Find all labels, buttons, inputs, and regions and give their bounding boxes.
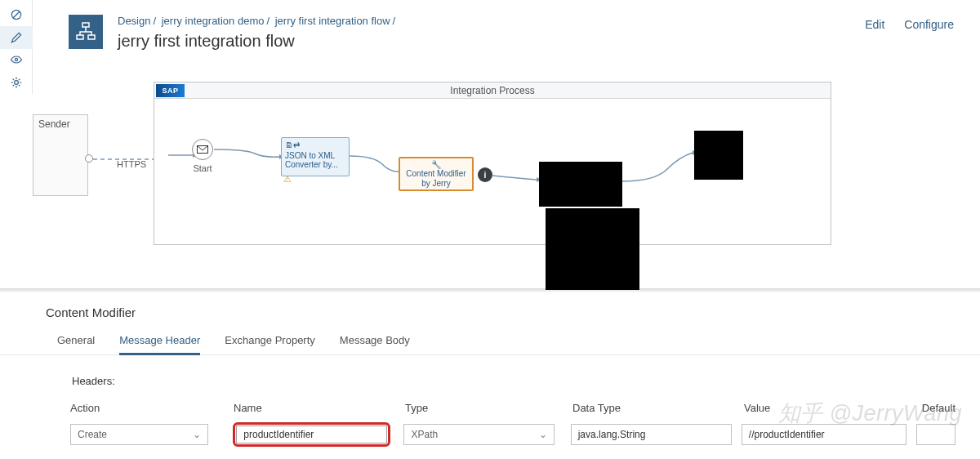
default-input[interactable] [916,424,956,445]
left-rail [0,0,33,94]
tab-message-header[interactable]: Message Header [119,329,200,354]
col-datatype: Data Type [572,402,744,414]
svg-rect-6 [88,35,95,39]
https-connector-label: HTTPS [117,159,146,169]
json-to-xml-label: JSON to XML Converter by... [285,151,345,170]
svg-rect-4 [82,23,89,27]
panel-title: Content Modifier [0,292,980,329]
sap-badge: SAP [156,84,185,97]
start-label: Start [192,163,213,173]
tab-general[interactable]: General [57,329,95,354]
breadcrumb-package[interactable]: jerry integration demo [162,15,265,27]
col-value: Value [744,402,920,414]
properties-panel: Content Modifier General Message Header … [0,292,980,459]
tab-exchange-property[interactable]: Exchange Property [225,329,315,354]
chevron-down-icon: ⌄ [193,429,201,440]
svg-point-2 [15,59,17,61]
info-icon[interactable]: i [478,167,492,182]
col-action: Action [70,402,234,414]
content-modifier-label: Content Modifier by Jerry [403,169,469,188]
header: Design/ jerry integration demo/ jerry fi… [33,0,980,65]
redacted-node-2 [694,131,743,180]
header-row: Create ⌄ productIdentifier XPath ⌄ java.… [70,422,964,447]
datatype-input[interactable]: java.lang.String [571,424,732,445]
svg-rect-5 [77,35,83,39]
sender-port[interactable] [85,154,93,163]
chevron-down-icon: ⌄ [539,429,547,440]
rail-gear-icon[interactable] [0,71,33,94]
value-input[interactable]: //productIdentifier [742,424,906,445]
edit-button[interactable]: Edit [865,18,884,31]
col-default: Default [920,402,964,414]
page-title: jerry first integration flow [118,32,398,51]
start-node[interactable]: Start [192,139,213,173]
col-type: Type [405,402,572,414]
panel-tabs: General Message Header Exchange Property… [0,329,980,355]
converter-icon: 🗎⇄ [285,140,345,150]
json-to-xml-node[interactable]: 🗎⇄ JSON to XML Converter by... ⚠ [281,137,350,176]
svg-point-3 [14,81,18,85]
name-input[interactable]: productIdentifier [236,426,387,443]
wrench-icon: 🔧 [431,160,441,170]
process-title: Integration Process [450,85,534,96]
breadcrumb-flow[interactable]: jerry first integration flow [275,15,390,27]
sender-box[interactable]: Sender [33,114,88,196]
breadcrumb-design[interactable]: Design [118,15,150,27]
redacted-node-1 [539,162,622,207]
rail-circle-slash-icon[interactable] [0,3,33,26]
tab-message-body[interactable]: Message Body [340,329,410,354]
headers-label: Headers: [0,355,980,387]
action-select[interactable]: Create ⌄ [70,424,208,445]
warning-icon: ⚠ [283,174,292,185]
flow-icon [69,15,103,49]
breadcrumb: Design/ jerry integration demo/ jerry fi… [118,15,398,27]
sender-label: Sender [33,115,87,133]
svg-line-1 [13,11,20,18]
canvas: Sender HTTPS SAP Integration Process Sta… [33,75,980,287]
col-name: Name [234,402,405,414]
configure-button[interactable]: Configure [904,18,954,31]
redacted-node-3 [546,208,639,290]
headers-grid: Action Name Type Data Type Value Default… [0,387,980,447]
name-highlight: productIdentifier [233,422,390,447]
type-select[interactable]: XPath ⌄ [403,424,554,445]
rail-pencil-icon[interactable] [0,26,33,49]
content-modifier-node[interactable]: 🔧 Content Modifier by Jerry [399,157,474,191]
rail-eye-icon[interactable] [0,49,33,72]
envelope-icon [192,139,213,160]
